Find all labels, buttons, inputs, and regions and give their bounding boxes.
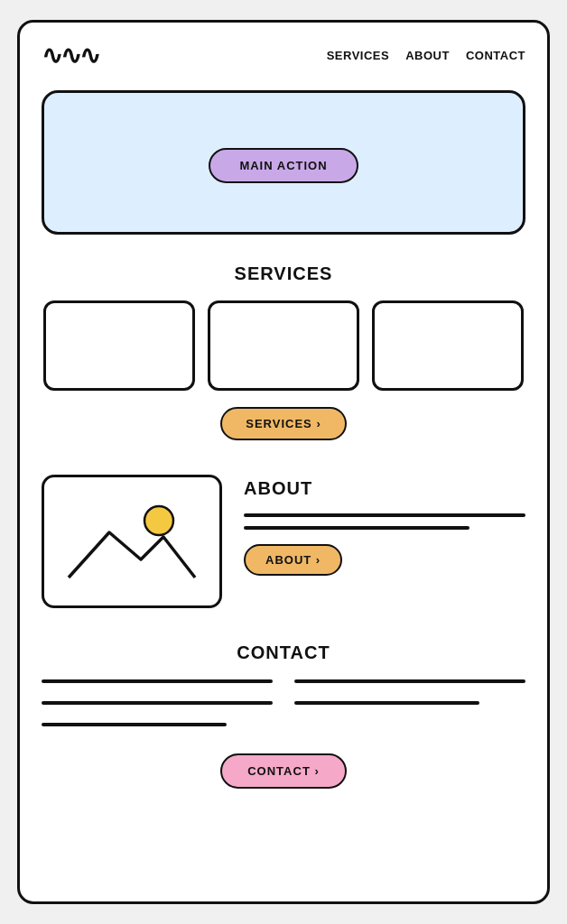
main-action-button[interactable]: MAIN ACTION bbox=[209, 148, 358, 183]
logo: ∿∿∿ bbox=[42, 41, 98, 70]
navbar: ∿∿∿ SERVICES ABOUT CONTACT bbox=[42, 41, 525, 70]
services-title: SERVICES bbox=[42, 263, 525, 284]
contact-col-left bbox=[42, 679, 273, 735]
nav-link-services[interactable]: SERVICES bbox=[327, 49, 390, 62]
contact-line-2 bbox=[42, 701, 273, 705]
about-btn-container: ABOUT › bbox=[244, 544, 525, 576]
contact-line-3 bbox=[42, 723, 227, 726]
about-image bbox=[42, 475, 222, 608]
contact-btn-container: CONTACT › bbox=[42, 753, 525, 789]
contact-line-1 bbox=[42, 679, 273, 683]
about-text-line-2 bbox=[244, 526, 469, 530]
services-btn-container: SERVICES › bbox=[42, 407, 525, 440]
nav-link-contact[interactable]: CONTACT bbox=[466, 49, 525, 62]
about-content: ABOUT ABOUT › bbox=[244, 475, 525, 576]
nav-link-about[interactable]: ABOUT bbox=[405, 49, 450, 62]
contact-title: CONTACT bbox=[42, 642, 525, 663]
page-frame: ∿∿∿ SERVICES ABOUT CONTACT MAIN ACTION S… bbox=[17, 20, 550, 904]
contact-section: CONTACT CONTACT › bbox=[42, 642, 525, 789]
about-text-line-1 bbox=[244, 513, 525, 517]
nav-links: SERVICES ABOUT CONTACT bbox=[327, 49, 525, 62]
about-button[interactable]: ABOUT › bbox=[244, 544, 342, 576]
services-button[interactable]: SERVICES › bbox=[220, 407, 346, 440]
contact-line-5 bbox=[294, 701, 479, 705]
service-card-3 bbox=[372, 300, 524, 391]
contact-lines bbox=[42, 679, 525, 735]
services-section: SERVICES SERVICES › bbox=[42, 263, 525, 440]
contact-line-4 bbox=[294, 679, 525, 683]
about-title: ABOUT bbox=[244, 478, 525, 499]
contact-button[interactable]: CONTACT › bbox=[220, 753, 347, 789]
service-cards bbox=[42, 300, 525, 391]
landscape-icon bbox=[60, 492, 204, 591]
contact-col-right bbox=[294, 679, 525, 735]
service-card-1 bbox=[43, 300, 195, 391]
hero-section: MAIN ACTION bbox=[42, 90, 525, 235]
service-card-2 bbox=[208, 300, 359, 391]
svg-point-0 bbox=[144, 506, 173, 535]
about-section: ABOUT ABOUT › bbox=[42, 475, 525, 608]
